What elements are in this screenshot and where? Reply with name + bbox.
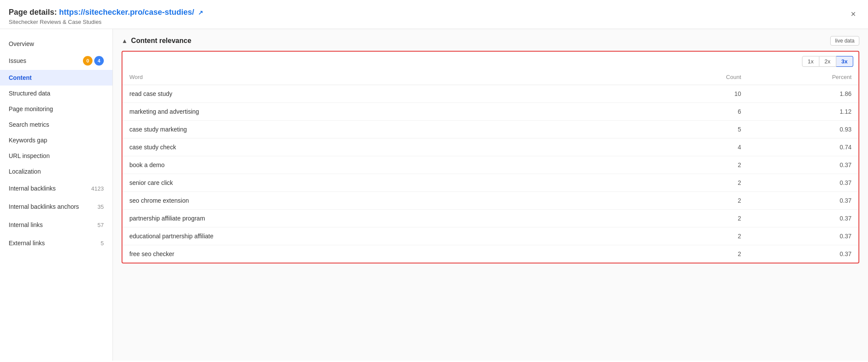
cell-word: educational partnership affiliate [122, 227, 638, 245]
table-row: senior care click20.37 [122, 174, 858, 192]
sidebar-item-label: URL inspection [9, 152, 50, 159]
content-relevance-table: Word Count Percent read case study101.86… [122, 69, 858, 263]
cell-word: seo chrome extension [122, 192, 638, 210]
sidebar-item-url-inspection[interactable]: URL inspection [0, 148, 112, 164]
sidebar-item-internal-backlinks-anchors[interactable]: Internal backlinks anchors 35 [0, 197, 112, 216]
table-row: case study marketing50.93 [122, 121, 858, 138]
sidebar-item-label: Localization [9, 168, 41, 175]
sidebar-item-external-links[interactable]: External links 5 [0, 234, 112, 252]
cell-percent: 0.93 [748, 121, 858, 138]
sidebar-item-overview[interactable]: Overview [0, 36, 112, 52]
sidebar-item-page-monitoring[interactable]: Page monitoring [0, 101, 112, 117]
internal-backlinks-count: 4123 [91, 184, 104, 193]
internal-links-count: 57 [98, 220, 104, 230]
sidebar-item-internal-backlinks[interactable]: Internal backlinks 4123 [0, 179, 112, 197]
table-row: seo chrome extension20.37 [122, 192, 858, 210]
sidebar-item-label: Overview [9, 40, 34, 47]
cell-percent: 0.37 [748, 245, 858, 263]
cell-count: 2 [638, 156, 748, 174]
cell-count: 2 [638, 210, 748, 227]
table-row: educational partnership affiliate20.37 [122, 227, 858, 245]
external-links-count: 5 [101, 238, 104, 248]
table-row: free seo checker20.37 [122, 245, 858, 263]
cell-count: 2 [638, 192, 748, 210]
cell-count: 10 [638, 85, 748, 103]
table-body: read case study101.86marketing and adver… [122, 85, 858, 263]
sidebar-item-search-metrics[interactable]: Search metrics [0, 117, 112, 132]
table-row: read case study101.86 [122, 85, 858, 103]
cell-count: 2 [638, 227, 748, 245]
sidebar-item-label: Keywords gap [9, 137, 47, 144]
cell-word: senior care click [122, 174, 638, 192]
close-button[interactable]: × [847, 8, 859, 20]
cell-count: 4 [638, 138, 748, 156]
content-relevance-box: 1x 2x 3x Word Count Percent read case st… [122, 51, 859, 263]
sidebar-item-label: Issues [9, 57, 26, 64]
external-link-icon: ↗ [198, 9, 203, 16]
main-layout: Overview Issues 0 4 Content Structured d… [0, 29, 868, 361]
header: Page details: https://sitechecker.pro/ca… [0, 0, 868, 29]
main-content: ▲ Content relevance live data 1x 2x 3x W… [113, 29, 868, 361]
sidebar-item-localization[interactable]: Localization [0, 164, 112, 179]
sidebar-item-label: Structured data [9, 90, 50, 97]
cell-word: partnership affiliate program [122, 210, 638, 227]
cell-percent: 0.37 [748, 227, 858, 245]
page-url-link[interactable]: https://sitechecker.pro/case-studies/ ↗ [59, 8, 203, 16]
collapse-chevron-icon[interactable]: ▲ [122, 37, 128, 44]
section-title-text: Content relevance [131, 37, 191, 45]
sidebar-item-label: Search metrics [9, 121, 49, 128]
cell-word: case study check [122, 138, 638, 156]
issues-badge-blue: 4 [94, 56, 104, 66]
cell-word: book a demo [122, 156, 638, 174]
table-row: partnership affiliate program20.37 [122, 210, 858, 227]
internal-backlinks-anchors-count: 35 [98, 202, 104, 211]
cell-word: read case study [122, 85, 638, 103]
sidebar-item-keywords-gap[interactable]: Keywords gap [0, 132, 112, 148]
filter-2x-button[interactable]: 2x [819, 56, 836, 67]
page-container: Page details: https://sitechecker.pro/ca… [0, 0, 868, 362]
cell-count: 5 [638, 121, 748, 138]
cell-percent: 0.37 [748, 192, 858, 210]
table-row: case study check40.74 [122, 138, 858, 156]
cell-percent: 0.37 [748, 210, 858, 227]
filter-3x-button[interactable]: 3x [836, 56, 853, 67]
sidebar-item-label: Internal backlinks [9, 185, 56, 192]
header-title: Page details: https://sitechecker.pro/ca… [9, 8, 203, 17]
sidebar-item-label: Page monitoring [9, 105, 53, 112]
header-subtitle: Sitechecker Reviews & Case Studies [9, 19, 203, 25]
cell-percent: 0.37 [748, 174, 858, 192]
sidebar-item-internal-links[interactable]: Internal links 57 [0, 216, 112, 234]
sidebar-item-label: Internal links [9, 221, 43, 228]
cell-percent: 1.12 [748, 103, 858, 121]
sidebar-item-content[interactable]: Content [0, 70, 112, 86]
section-header: ▲ Content relevance live data [122, 36, 859, 46]
sidebar-item-label: External links [9, 240, 45, 247]
sidebar-item-label: Content [9, 74, 32, 81]
table-header: Word Count Percent [122, 69, 858, 85]
col-header-count: Count [638, 69, 748, 85]
cell-word: marketing and advertising [122, 103, 638, 121]
sidebar-item-issues[interactable]: Issues 0 4 [0, 52, 112, 70]
col-header-percent: Percent [748, 69, 858, 85]
cell-percent: 0.74 [748, 138, 858, 156]
col-header-word: Word [122, 69, 638, 85]
section-title: ▲ Content relevance [122, 37, 191, 45]
cell-percent: 1.86 [748, 85, 858, 103]
cell-word: case study marketing [122, 121, 638, 138]
table-row: book a demo20.37 [122, 156, 858, 174]
live-data-button[interactable]: live data [830, 36, 859, 46]
header-left: Page details: https://sitechecker.pro/ca… [9, 8, 203, 25]
cell-count: 2 [638, 174, 748, 192]
sidebar: Overview Issues 0 4 Content Structured d… [0, 29, 113, 361]
cell-count: 6 [638, 103, 748, 121]
filter-1x-button[interactable]: 1x [802, 56, 819, 67]
filter-bar: 1x 2x 3x [122, 52, 858, 69]
sidebar-item-label: Internal backlinks anchors [9, 203, 79, 210]
sidebar-item-structured-data[interactable]: Structured data [0, 86, 112, 101]
title-prefix: Page details: [9, 8, 57, 16]
cell-count: 2 [638, 245, 748, 263]
cell-word: free seo checker [122, 245, 638, 263]
cell-percent: 0.37 [748, 156, 858, 174]
issues-badges: 0 4 [83, 56, 104, 66]
issues-badge-orange: 0 [83, 56, 92, 66]
